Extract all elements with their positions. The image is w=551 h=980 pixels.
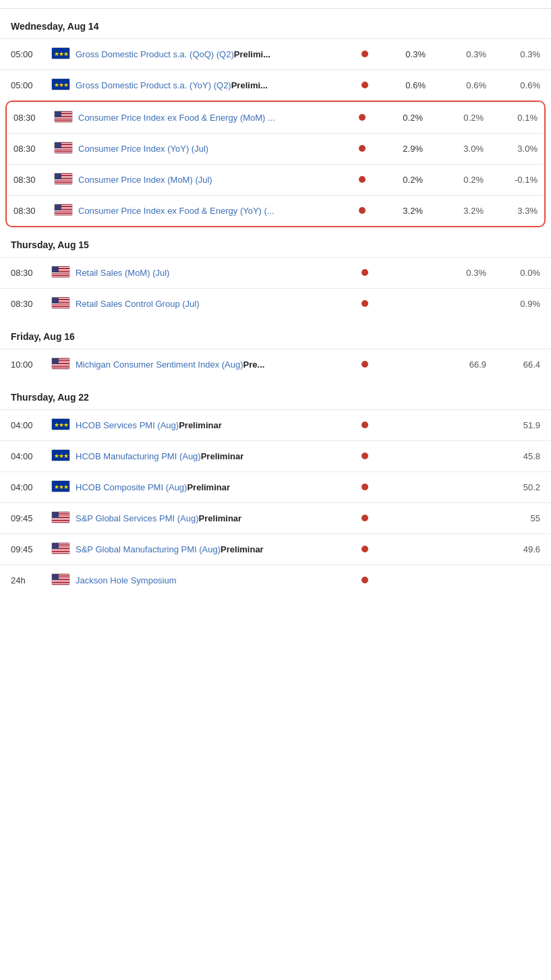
us-flag bbox=[51, 266, 70, 278]
event-name-link[interactable]: HCOB Services PMI (Aug)Preliminar bbox=[76, 420, 222, 430]
event-name-cell[interactable]: Michigan Consumer Sentiment Index (Aug)P… bbox=[76, 359, 351, 370]
event-name-link[interactable]: Michigan Consumer Sentiment Index (Aug)P… bbox=[76, 359, 264, 370]
day-header: Thursday, Aug 22 bbox=[0, 380, 551, 409]
event-name-link[interactable]: S&P Global Manufacturing PMI (Aug)Prelim… bbox=[76, 544, 264, 554]
event-consensus: 0.3% bbox=[426, 268, 486, 278]
volatility-dot bbox=[361, 361, 368, 368]
day-header: Thursday, Aug 15 bbox=[0, 227, 551, 257]
event-name-bold: Preliminar bbox=[187, 482, 230, 492]
event-name-link[interactable]: Consumer Price Index (MoM) (Jul) bbox=[78, 175, 212, 185]
event-flag bbox=[51, 357, 76, 372]
event-name-cell[interactable]: Retail Sales Control Group (Jul) bbox=[76, 299, 351, 309]
event-previous: 3.0% bbox=[484, 144, 538, 154]
event-previous: 66.4 bbox=[486, 359, 540, 370]
event-vol bbox=[349, 144, 376, 154]
event-name-link[interactable]: Consumer Price Index ex Food & Energy (M… bbox=[78, 113, 275, 123]
event-actual: 0.6% bbox=[378, 80, 426, 90]
event-consensus: 3.2% bbox=[423, 206, 484, 216]
event-name-link[interactable]: Jackson Hole Symposium bbox=[76, 575, 177, 585]
event-name-cell[interactable]: Consumer Price Index (YoY) (Jul) bbox=[78, 144, 349, 154]
event-consensus: 0.2% bbox=[423, 175, 484, 185]
event-flag bbox=[51, 511, 76, 525]
volatility-dot bbox=[361, 300, 368, 307]
event-name-bold: Prelimi... bbox=[234, 49, 270, 59]
event-previous: 45.8 bbox=[486, 451, 540, 461]
event-name-bold: Pre... bbox=[243, 359, 265, 370]
event-name-cell[interactable]: Retail Sales (MoM) (Jul) bbox=[76, 268, 351, 278]
event-name-cell[interactable]: HCOB Services PMI (Aug)Preliminar bbox=[76, 420, 351, 430]
event-name-cell[interactable]: HCOB Manufacturing PMI (Aug)Preliminar bbox=[76, 451, 351, 461]
event-name-link[interactable]: Consumer Price Index (YoY) (Jul) bbox=[78, 144, 208, 154]
event-flag bbox=[51, 542, 76, 556]
us-flag bbox=[51, 511, 70, 523]
event-previous: 0.9% bbox=[486, 299, 540, 309]
event-name-cell[interactable]: Consumer Price Index ex Food & Energy (Y… bbox=[78, 206, 349, 216]
event-flag bbox=[51, 297, 76, 311]
event-time: 08:30 bbox=[13, 175, 54, 185]
volatility-dot bbox=[359, 114, 366, 121]
event-actual: 0.3% bbox=[378, 49, 426, 59]
event-name-link[interactable]: Gross Domestic Product s.a. (QoQ) (Q2)Pr… bbox=[76, 49, 270, 59]
eu-flag: ★★★ bbox=[51, 449, 70, 461]
event-vol bbox=[351, 49, 378, 59]
event-name-cell[interactable]: Consumer Price Index (MoM) (Jul) bbox=[78, 175, 349, 185]
event-vol bbox=[351, 299, 378, 309]
event-flag: ★★★ bbox=[51, 449, 76, 463]
event-name-cell[interactable]: S&P Global Services PMI (Aug)Preliminar bbox=[76, 513, 351, 523]
event-time: 08:30 bbox=[11, 299, 51, 309]
event-name-cell[interactable]: Jackson Hole Symposium bbox=[76, 575, 351, 585]
event-vol bbox=[351, 80, 378, 90]
event-time: 05:00 bbox=[11, 80, 51, 90]
event-row: 05:00 ★★★ Gross Domestic Product s.a. (Q… bbox=[0, 38, 551, 69]
event-time: 08:30 bbox=[13, 113, 54, 123]
event-actual: 0.2% bbox=[376, 175, 423, 185]
event-previous: 0.3% bbox=[486, 49, 540, 59]
event-time: 04:00 bbox=[11, 482, 51, 492]
event-name-cell[interactable]: HCOB Composite PMI (Aug)Preliminar bbox=[76, 482, 351, 492]
event-previous: 50.2 bbox=[486, 482, 540, 492]
table-header bbox=[0, 0, 551, 9]
eu-flag: ★★★ bbox=[51, 78, 70, 90]
event-vol bbox=[349, 206, 376, 216]
event-name-link[interactable]: Consumer Price Index ex Food & Energy (Y… bbox=[78, 206, 274, 216]
event-time: 08:30 bbox=[13, 206, 54, 216]
volatility-dot bbox=[361, 422, 368, 428]
event-previous: -0.1% bbox=[484, 175, 538, 185]
us-flag bbox=[51, 357, 70, 370]
event-actual: 2.9% bbox=[376, 144, 423, 154]
event-name-link[interactable]: Gross Domestic Product s.a. (YoY) (Q2)Pr… bbox=[76, 80, 268, 90]
event-previous: 55 bbox=[486, 513, 540, 523]
day-header: Wednesday, Aug 14 bbox=[0, 9, 551, 38]
event-row: 05:00 ★★★ Gross Domestic Product s.a. (Y… bbox=[0, 69, 551, 100]
event-name-link[interactable]: HCOB Composite PMI (Aug)Preliminar bbox=[76, 482, 230, 492]
event-consensus: 3.0% bbox=[423, 144, 484, 154]
event-vol bbox=[349, 175, 376, 185]
event-flag bbox=[51, 266, 76, 280]
event-name-link[interactable]: HCOB Manufacturing PMI (Aug)Preliminar bbox=[76, 451, 243, 461]
calendar-body: Wednesday, Aug 14 05:00 ★★★ Gross Domest… bbox=[0, 9, 551, 596]
event-flag: ★★★ bbox=[51, 78, 76, 92]
event-row: 04:00 ★★★ HCOB Composite PMI (Aug)Prelim… bbox=[0, 471, 551, 502]
event-name-cell[interactable]: Gross Domestic Product s.a. (YoY) (Q2)Pr… bbox=[76, 80, 351, 90]
event-vol bbox=[351, 513, 378, 523]
us-flag bbox=[54, 173, 73, 185]
us-flag bbox=[54, 142, 73, 154]
event-name-cell[interactable]: Consumer Price Index ex Food & Energy (M… bbox=[78, 113, 349, 123]
event-consensus: 0.2% bbox=[423, 113, 484, 123]
eu-flag: ★★★ bbox=[51, 418, 70, 430]
event-name-bold: Prelimi... bbox=[231, 80, 268, 90]
event-flag: ★★★ bbox=[51, 47, 76, 61]
event-name-link[interactable]: Retail Sales Control Group (Jul) bbox=[76, 299, 200, 309]
event-name-bold: Preliminar bbox=[179, 420, 222, 430]
event-row: 08:30 Retail Sales Control Group (Jul) 0… bbox=[0, 288, 551, 319]
event-name-link[interactable]: S&P Global Services PMI (Aug)Preliminar bbox=[76, 513, 241, 523]
us-flag bbox=[51, 297, 70, 309]
event-name-link[interactable]: Retail Sales (MoM) (Jul) bbox=[76, 268, 169, 278]
event-flag bbox=[51, 573, 76, 587]
event-name-cell[interactable]: S&P Global Manufacturing PMI (Aug)Prelim… bbox=[76, 544, 351, 554]
event-time: 05:00 bbox=[11, 49, 51, 59]
us-flag bbox=[51, 573, 70, 585]
event-name-cell[interactable]: Gross Domestic Product s.a. (QoQ) (Q2)Pr… bbox=[76, 49, 351, 59]
event-time: 24h bbox=[11, 575, 51, 585]
event-consensus: 0.3% bbox=[426, 49, 486, 59]
